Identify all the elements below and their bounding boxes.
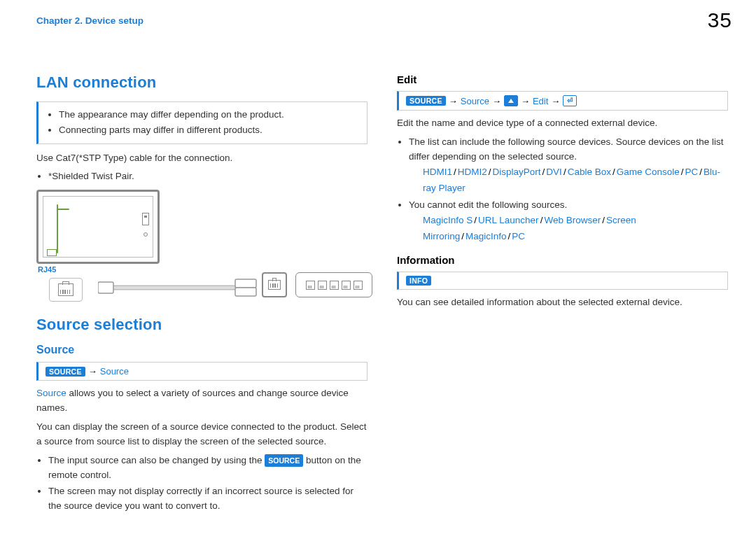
switch-port-icon: [318, 281, 327, 290]
switch-port-icon: [354, 281, 363, 290]
edit-bullet: You cannot edit the following sources. M…: [409, 198, 728, 245]
source-term: Source: [36, 388, 66, 398]
right-column: Edit SOURCE → Source → → Edit → ⏎ Edit t…: [397, 73, 728, 519]
network-switch-illustration: [295, 272, 372, 297]
nav-path-info: INFO: [397, 272, 728, 290]
svg-rect-0: [98, 282, 113, 293]
rj45-socket-closeup: [49, 278, 83, 302]
path-step: Source: [100, 366, 129, 377]
up-button-icon: [504, 95, 518, 106]
two-column-layout: LAN connection The appearance may differ…: [36, 73, 728, 519]
source-paragraph-2: You can display the screen of a source d…: [36, 420, 368, 449]
source-button-badge: SOURCE: [46, 367, 85, 377]
cable-note: Use Cat7(*STP Type) cable for the connec…: [36, 151, 368, 166]
source-bullet: The screen may not display correctly if …: [48, 484, 368, 514]
edit-bullets: The list can include the following sourc…: [397, 135, 728, 245]
source-bullet: The input source can also be changed by …: [48, 454, 368, 483]
source-list-editable: HDMI1/HDMI2/DisplayPort/DVI/Cable Box/Ga…: [423, 164, 728, 197]
note-box-appearance: The appearance may differ depending on t…: [36, 101, 368, 144]
rj45-port-on-device-icon: [47, 249, 57, 256]
source-para-rest: allows you to select a variety of source…: [36, 388, 349, 413]
stp-list: *Shielded Twist Pair.: [36, 169, 368, 184]
device-rear-illustration: [36, 190, 160, 264]
subheading-edit: Edit: [397, 73, 728, 85]
arrow-right-icon: →: [492, 96, 501, 106]
path-step: Source: [461, 96, 489, 106]
source-button-badge: SOURCE: [406, 96, 446, 106]
nav-path-source: SOURCE → Source: [36, 362, 368, 381]
rj45-port-icon: [58, 283, 74, 296]
subheading-information: Information: [397, 254, 728, 266]
note-item: The appearance may differ depending on t…: [59, 108, 360, 122]
arrow-right-icon: →: [521, 96, 530, 106]
arrow-right-icon: →: [88, 366, 97, 377]
arrow-right-icon: →: [551, 96, 560, 106]
page-root: 35 Chapter 2. Device setup LAN connectio…: [0, 0, 756, 519]
source-bullets: The input source can also be changed by …: [36, 454, 368, 514]
lan-connection-diagram: RJ45: [36, 190, 368, 302]
chapter-breadcrumb: Chapter 2. Device setup: [36, 15, 728, 26]
nav-path-edit: SOURCE → Source → → Edit → ⏎: [397, 91, 728, 111]
heading-source-selection: Source selection: [36, 316, 368, 334]
arrow-right-icon: →: [449, 96, 458, 106]
note-item: Connecting parts may differ in different…: [59, 123, 360, 137]
switch-port-icon: [342, 281, 351, 290]
usb-port-icon: [142, 213, 149, 225]
svg-rect-2: [235, 288, 256, 296]
left-column: LAN connection The appearance may differ…: [36, 73, 368, 519]
info-button-badge: INFO: [406, 276, 431, 286]
switch-port-icon: [306, 281, 315, 290]
source-button-badge: SOURCE: [265, 454, 303, 467]
switch-port-icon: [330, 281, 339, 290]
path-step: Edit: [533, 96, 548, 106]
page-number: 35: [708, 8, 732, 32]
rj45-label: RJ45: [38, 265, 56, 274]
source-list-noneditable: MagicInfo S/URL Launcher/Web Browser/Scr…: [423, 213, 728, 245]
edit-bullet: The list can include the following sourc…: [409, 135, 728, 197]
info-text: You can see detailed information about t…: [397, 295, 728, 310]
subheading-source: Source: [36, 344, 368, 356]
edit-intro: Edit the name and device type of a conne…: [397, 116, 728, 131]
ethernet-port-icon: [262, 272, 287, 297]
stp-note: *Shielded Twist Pair.: [48, 169, 368, 184]
ethernet-cable-illustration: [98, 274, 259, 302]
svg-rect-1: [235, 279, 256, 288]
heading-lan-connection: LAN connection: [36, 73, 368, 92]
enter-button-icon: ⏎: [563, 95, 577, 106]
source-paragraph-1: Source allows you to select a variety of…: [36, 386, 368, 416]
